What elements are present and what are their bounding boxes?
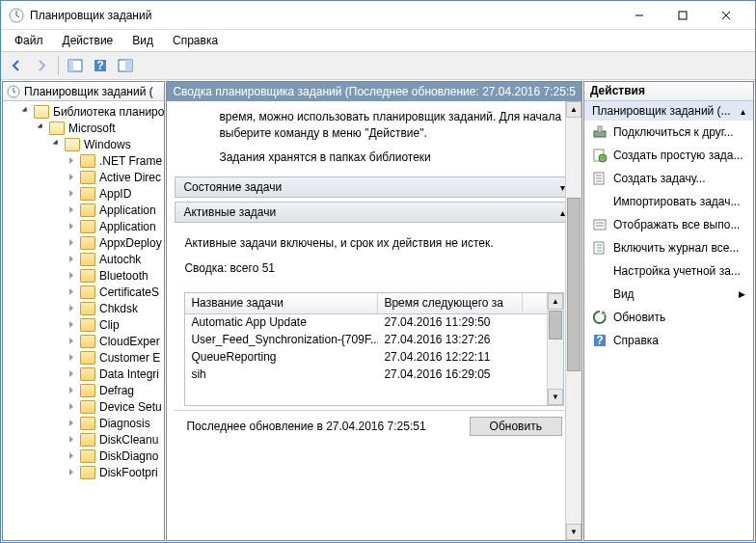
expander-icon[interactable]	[67, 418, 78, 429]
col-header-time[interactable]: Время следующего за	[378, 293, 523, 313]
summary-text: Сводка: всего 51	[184, 261, 563, 275]
expander-icon[interactable]	[67, 336, 78, 347]
scroll-up-button[interactable]: ▲	[548, 293, 563, 310]
expander-icon[interactable]	[67, 401, 78, 413]
action-item[interactable]: Отображать все выпо...	[584, 213, 753, 236]
tree-node[interactable]: Bluetooth	[3, 267, 164, 284]
expander-icon[interactable]	[67, 270, 78, 282]
expander-icon[interactable]	[67, 155, 78, 167]
expander-icon[interactable]	[67, 352, 78, 364]
active-tasks-text: Активные задачи включены, и срок их дейс…	[184, 236, 563, 250]
task-row[interactable]: sih27.04.2016 16:29:05	[185, 367, 562, 384]
help-button[interactable]: ?	[89, 54, 112, 77]
forward-button[interactable]	[30, 54, 53, 77]
action-item[interactable]: Обновить	[584, 306, 753, 329]
tree-node[interactable]: AppID	[3, 185, 164, 202]
refresh-button[interactable]: Обновить	[470, 417, 562, 436]
action-item[interactable]: Включить журнал все...	[584, 236, 753, 259]
close-button[interactable]	[704, 2, 747, 29]
tree-node[interactable]: CertificateS	[3, 284, 164, 300]
tree-node[interactable]: Customer E	[3, 349, 164, 366]
info-text: время, можно использовать планировщик за…	[167, 101, 580, 149]
tree-body[interactable]: Библиотека планиро Microsoft Windows .NE…	[3, 101, 164, 540]
app-icon	[9, 8, 24, 23]
col-header-name[interactable]: Название задачи	[185, 293, 378, 313]
menu-action[interactable]: Действие	[53, 31, 123, 50]
tree-node[interactable]: Clip	[3, 316, 164, 333]
tree-node[interactable]: DiskDiagno	[3, 448, 164, 464]
action-icon	[592, 194, 608, 209]
action-item[interactable]: Создать простую зада...	[584, 144, 753, 167]
expander-icon[interactable]	[67, 172, 78, 183]
section-active-tasks[interactable]: Активные задачи ▴	[175, 202, 573, 223]
tree-node[interactable]: Defrag	[3, 382, 164, 398]
tree-node-windows[interactable]: Windows	[3, 136, 164, 152]
back-button[interactable]	[5, 54, 28, 77]
folder-icon	[49, 122, 65, 135]
expander-icon[interactable]	[67, 204, 78, 216]
action-item[interactable]: Настройка учетной за...	[584, 259, 753, 283]
folder-icon	[80, 220, 95, 233]
tree-node[interactable]: Autochk	[3, 251, 164, 267]
task-row[interactable]: QueueReporting27.04.2016 12:22:11	[185, 349, 562, 367]
tree-node[interactable]: Device Setu	[3, 398, 164, 415]
expander-icon[interactable]	[67, 450, 78, 462]
tree-node[interactable]: Data Integri	[3, 366, 164, 382]
tree-node[interactable]: Active Direc	[3, 169, 164, 185]
tree-node[interactable]: DiskFootpri	[3, 464, 164, 480]
menu-view[interactable]: Вид	[122, 31, 163, 50]
menu-file[interactable]: Файл	[5, 31, 53, 50]
task-row[interactable]: Automatic App Update27.04.2016 11:29:50	[185, 314, 562, 332]
expander-icon[interactable]	[67, 368, 78, 380]
action-item[interactable]: Импортировать задач...	[584, 190, 753, 213]
expander-icon[interactable]	[67, 467, 78, 478]
expander-icon[interactable]	[67, 188, 78, 200]
expander-icon[interactable]	[67, 286, 78, 298]
action-item[interactable]: Подключиться к друг...	[584, 121, 753, 144]
action-item[interactable]: Вид▶	[584, 283, 753, 306]
properties-button[interactable]	[114, 54, 137, 77]
task-row[interactable]: User_Feed_Synchronization-{709F...27.04.…	[185, 332, 562, 349]
panel-scrollbar[interactable]: ▲ ▼	[565, 101, 581, 540]
expander-icon[interactable]	[67, 319, 78, 331]
tree-node[interactable]: AppxDeploy	[3, 234, 164, 251]
scroll-up-button[interactable]: ▲	[566, 101, 581, 118]
action-item[interactable]: ?Справка	[584, 329, 753, 352]
tree-node[interactable]: Chkdsk	[3, 300, 164, 316]
tree-node[interactable]: .NET Frame	[3, 152, 164, 169]
section-task-status[interactable]: Состояние задачи ▾	[175, 176, 573, 198]
expander-icon[interactable]	[36, 122, 47, 134]
tree-node-microsoft[interactable]: Microsoft	[3, 120, 164, 136]
collapse-icon[interactable]: ▴	[741, 106, 745, 117]
folder-icon	[80, 367, 95, 381]
svg-text:?: ?	[96, 59, 103, 72]
expander-icon[interactable]	[67, 237, 78, 249]
expander-icon[interactable]	[67, 221, 78, 232]
tree-node[interactable]: Diagnosis	[3, 415, 164, 431]
scrollbar[interactable]: ▲ ▼	[547, 293, 563, 405]
tree-node[interactable]: Application	[3, 202, 164, 218]
expander-icon[interactable]	[67, 303, 78, 314]
tree-node-library[interactable]: Библиотека планиро	[3, 103, 164, 120]
maximize-button[interactable]	[661, 2, 704, 29]
action-icon: ?	[592, 333, 608, 348]
scroll-down-button[interactable]: ▼	[566, 524, 581, 540]
menu-help[interactable]: Справка	[163, 31, 228, 50]
expander-icon[interactable]	[20, 106, 32, 118]
expander-icon[interactable]	[51, 139, 63, 150]
scroll-thumb[interactable]	[549, 311, 562, 339]
expander-icon[interactable]	[67, 385, 78, 396]
expander-icon[interactable]	[67, 254, 78, 265]
tree-node[interactable]: CloudExper	[3, 333, 164, 349]
scroll-thumb[interactable]	[567, 198, 580, 371]
scroll-down-button[interactable]: ▼	[548, 389, 563, 405]
console-tree-button[interactable]	[64, 54, 87, 77]
folder-icon	[80, 269, 95, 283]
tree-node[interactable]: Application	[3, 218, 164, 234]
action-icon	[592, 124, 608, 140]
tree-node[interactable]: DiskCleanu	[3, 431, 164, 448]
action-item[interactable]: Создать задачу...	[584, 167, 753, 190]
minimize-button[interactable]	[617, 2, 661, 29]
svg-rect-14	[594, 220, 606, 230]
expander-icon[interactable]	[67, 434, 78, 446]
